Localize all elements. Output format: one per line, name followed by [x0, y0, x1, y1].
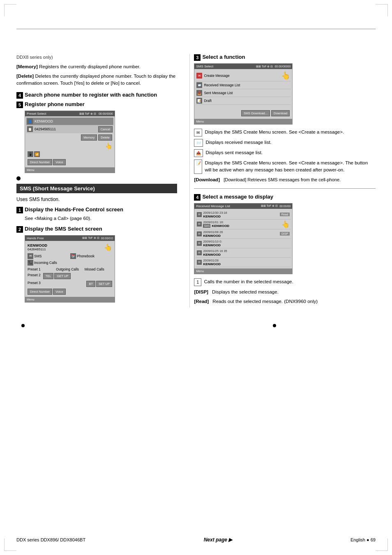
hf-setup-btn[interactable]: SET UP — [96, 281, 112, 287]
msg-icon-2: ✉ — [197, 222, 202, 227]
sms-download-desc: [Download] [Download] Retrieves SMS mess… — [194, 176, 376, 183]
hands-free-screen: Hands Free ⊠⊠ ToF ⊕ ⊟ 00:00/0:0 KENWOOD … — [25, 235, 115, 303]
read-label: [Read] — [194, 298, 209, 305]
hf-preset3: Preset 3 — [28, 281, 41, 287]
step4-item-read: [Read] Reads out the selected message. (… — [194, 298, 376, 305]
item1-bracket: 1 — [194, 278, 201, 286]
sms-select-title: SMS Select — [196, 65, 213, 68]
preset-cancel-btn[interactable]: Cancel — [98, 126, 113, 132]
preset-person-icon: 👤 — [27, 118, 33, 124]
disp-label: [DISP] — [194, 289, 208, 296]
hf-sms-label: SMS — [34, 254, 42, 258]
received-message-screen: Received Message List ⊠⊠ ToF ⊕ ⊟ 00:00/0… — [194, 203, 293, 274]
preset-icon4: 📶 — [34, 151, 40, 157]
bullet-marker-bottom-left — [21, 324, 25, 327]
hf-footer-menu: Menu — [27, 298, 35, 301]
sms-step1-title: Display the Hands-Free Control screen — [25, 206, 123, 213]
right-step4-number: 4 — [194, 194, 201, 201]
delete-desc: Deletes the currently displayed phone nu… — [16, 74, 175, 86]
msg-icon-5: ✉ — [197, 250, 202, 255]
footer-language-page: English ● 69 — [350, 537, 376, 542]
sms-create-desc: ✉ Displays the SMS Create Menu screen. S… — [194, 129, 376, 136]
right-step3-number: 3 — [194, 54, 201, 61]
sms-create-icon: ✉ — [196, 73, 202, 79]
sms-step1-desc: See <Making a Call> (page 60). — [25, 215, 177, 222]
preset-select-screen: Preset Select ⊠⊠ ToF ⊕ ⊟ 00:00/0000 👤 KE… — [25, 111, 115, 173]
sms-draft-desc: 📝 Displays the SMS Create Menu screen. S… — [194, 160, 376, 174]
received-status-icons: ⊠⊠ ToF ⊕ ⊟ — [261, 204, 278, 208]
hf-voice-btn[interactable]: Voice — [53, 289, 65, 295]
step5-number: 5 — [16, 102, 23, 108]
received-footer-menu: Menu — [196, 269, 204, 273]
next-page-label: Next page ▶ — [204, 537, 233, 543]
step4-item-disp: [DISP] Displays the selected message. — [194, 289, 376, 296]
sms-sent-message-list: Sent Message List — [204, 91, 233, 95]
hf-sms-icon: ✉ — [28, 253, 33, 259]
preset-direct-number-btn[interactable]: Direct Number — [28, 159, 52, 165]
right-divider — [194, 188, 376, 189]
sms-draft: Draft — [204, 99, 211, 103]
msg-icon-1: ✉ — [197, 212, 202, 217]
create-icon-bracket: ✉ — [194, 129, 202, 136]
msg-icon-3: ✉ — [197, 231, 202, 236]
sms-download-btn[interactable]: SMS Download... — [241, 110, 270, 116]
preset-memory-btn[interactable]: Memory — [81, 134, 97, 141]
preset-time: 00:00/0000 — [99, 112, 113, 115]
msg-row-1: ✉ 2009/12/30 23:16 KENWOOD Read — [196, 210, 291, 220]
msg-row-2: ✉ 2009/01/01 16: SMS KENWOOD 👆 — [196, 220, 291, 229]
msg-hand-2: 👆 — [281, 220, 290, 228]
step5-title: Register phone number — [25, 101, 85, 107]
sms-chip: SMS — [203, 224, 210, 228]
sent-icon-bracket: 📤 — [194, 149, 203, 157]
sms-select-footer: Menu — [196, 120, 204, 123]
preset-voice-btn[interactable]: Voice — [53, 159, 65, 165]
sms-sent-icon: 📤 — [196, 90, 202, 96]
sms-hand-gesture: 👆 — [281, 71, 290, 80]
sms-select-status-icons: ⊠⊠ ToF ⊕ ⊟ — [256, 65, 273, 68]
sms-dl-btn[interactable]: Download — [271, 110, 290, 116]
sms-select-time: 00:00/00000 — [274, 65, 291, 68]
step4-left-title: Search phone number to register with eac… — [25, 92, 157, 98]
received-time: 00:00/00 — [279, 205, 291, 208]
memory-desc: Registers the currently displayed phone … — [39, 64, 141, 69]
msg-row-6: ✉ 2009/01/28 KENWOOD — [196, 258, 291, 267]
memory-label: [Memory] — [16, 64, 38, 69]
ddx8-note: DDX8 series only) — [16, 54, 177, 61]
hf-incoming-icon: 📞 — [28, 260, 33, 266]
sms-step1-number: 1 — [16, 207, 23, 213]
preset-selected-name: KENWOOD — [35, 119, 53, 123]
hf-direct-number-btn[interactable]: Direct Number — [28, 289, 52, 295]
hf-phonebook-label: Phonebook — [77, 254, 95, 258]
download-label: [Download] — [194, 176, 220, 183]
sms-select-screen: SMS Select ⊠⊠ ToF ⊕ ⊟ 00:00/00000 ✉ Crea… — [194, 63, 293, 125]
sms-step2-title: Display the SMS Select screen — [25, 226, 102, 232]
hf-title: Hands Free — [27, 236, 44, 240]
msg-disp-btn[interactable]: DISP — [280, 232, 290, 236]
bullet-marker-bottom-right — [273, 324, 276, 327]
sms-create-message: Create Message — [204, 74, 229, 78]
hf-bt-btn[interactable]: BT — [86, 281, 95, 287]
hf-missed: Missed Calls — [85, 267, 112, 271]
preset-delete-btn[interactable]: Delete — [98, 134, 112, 141]
hf-time: 00:00/0:0 — [101, 237, 113, 240]
hf-tel-btn[interactable]: TEL — [43, 273, 54, 279]
hf-hand-gesture: 👆 — [104, 243, 112, 251]
draft-icon-bracket: 📝 — [194, 160, 202, 174]
msg-icon-6: ✉ — [197, 260, 202, 265]
msg-read-btn-1[interactable]: Read — [280, 213, 290, 216]
hf-outgoing: Outgoing Calls — [56, 267, 83, 271]
msg-icon-4: ✉ — [197, 241, 202, 246]
preset-hand-gesture: 👆 — [105, 143, 112, 149]
hf-preset1: Preset 1 — [28, 267, 55, 271]
msg-row-4: ✉ 2009/01/10 0: KENWOOD — [196, 239, 291, 248]
step4-left-number: 4 — [16, 92, 23, 99]
preset-phone-number: 04294565111 — [35, 127, 56, 131]
sms-sent-desc: 📤 Displays sent message list. — [194, 149, 376, 157]
footer-series: DDX series DDX896/ DDX8046BT — [16, 537, 85, 542]
bullet-marker-left — [16, 176, 21, 180]
hf-getup-btn[interactable]: GET UP — [54, 273, 71, 279]
hf-status-icons: ⊠⊠ ToF ⊕ ⊟ — [82, 236, 99, 240]
delete-label: [Delete] — [16, 74, 34, 79]
received-icon-bracket: 📨 — [194, 139, 203, 147]
hf-number: 0426465111 — [28, 247, 47, 251]
